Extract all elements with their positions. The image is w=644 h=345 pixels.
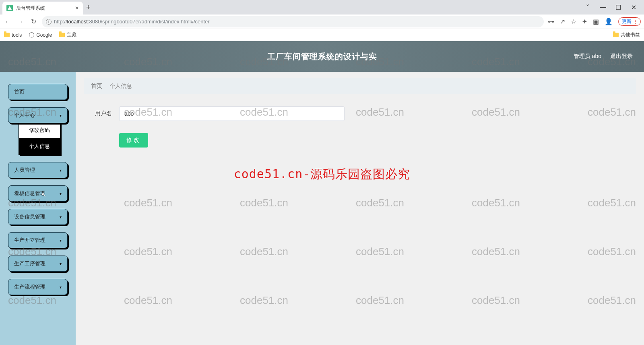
bookmark-treasure[interactable]: 宝藏	[59, 31, 76, 38]
vue-favicon	[6, 5, 13, 11]
browser-tab[interactable]: 后台管理系统 ✕	[2, 2, 83, 15]
maximize-icon[interactable]: ☐	[614, 4, 622, 11]
browser-tab-strip: 后台管理系统 ✕ + ˅ — ☐ ✕	[0, 0, 644, 15]
reload-icon[interactable]: ↻	[29, 18, 38, 25]
cursor-icon: ↖	[41, 191, 46, 198]
profile-form: 用户名 修改	[84, 94, 636, 160]
password-icon[interactable]: ⊶	[548, 18, 554, 25]
url-text: http://localhost:8080/springbootd07er/ad…	[54, 19, 210, 25]
chevron-down-icon: ▾	[60, 238, 62, 243]
sidebar-submenu-personal: 修改密码 个人信息	[19, 122, 60, 155]
content-area: 首页 个人信息 用户名 修改	[76, 72, 644, 345]
sidebar-item-process[interactable]: 生产工序管理▾	[8, 256, 68, 272]
submit-button[interactable]: 修改	[119, 133, 148, 148]
tab-title: 后台管理系统	[16, 5, 45, 12]
username-label: 用户名	[92, 110, 112, 117]
breadcrumb-home[interactable]: 首页	[91, 83, 102, 90]
sidebar-sub-profile[interactable]: 个人信息	[19, 138, 60, 154]
sidepanel-icon[interactable]: ▣	[593, 18, 599, 25]
url-input[interactable]: i http://localhost:8080/springbootd07er/…	[42, 16, 544, 27]
main-layout: 首页 个人中心▾ 修改密码 个人信息 人员管理▾ 看板信息管理▾ 设备信息管理▾…	[0, 72, 644, 345]
dropdown-icon[interactable]: ˅	[584, 4, 592, 11]
chevron-down-icon: ▾	[60, 285, 62, 289]
sidebar-item-board[interactable]: 看板信息管理▾	[8, 185, 68, 202]
profile-icon[interactable]: 👤	[605, 18, 613, 25]
form-row-username: 用户名	[92, 106, 628, 121]
star-icon[interactable]: ☆	[571, 18, 576, 25]
app-header: 工厂车间管理系统的设计与实 管理员 abo 退出登录	[0, 41, 644, 72]
bookmark-other[interactable]: 其他书签	[613, 31, 640, 38]
chevron-down-icon: ▾	[60, 215, 62, 219]
sidebar-item-home[interactable]: 首页	[8, 84, 68, 100]
current-user[interactable]: 管理员 abo	[574, 53, 601, 60]
browser-action-icons: ⊶ ↗ ☆ ✦ ▣ 👤 更新⋮	[548, 17, 641, 26]
site-info-icon[interactable]: i	[46, 19, 52, 25]
bookmark-tools[interactable]: tools	[4, 32, 22, 38]
window-controls: ˅ — ☐ ✕	[584, 4, 642, 11]
sidebar-item-personal[interactable]: 个人中心▾	[8, 107, 68, 123]
bookmarks-bar: tools Google 宝藏 其他书签	[0, 29, 644, 41]
logout-link[interactable]: 退出登录	[610, 53, 633, 60]
breadcrumb: 首页 个人信息	[84, 78, 636, 94]
breadcrumb-current: 个人信息	[109, 83, 132, 90]
username-input[interactable]	[119, 106, 345, 121]
chevron-down-icon: ▾	[60, 191, 62, 196]
chevron-down-icon: ▾	[60, 262, 62, 266]
bookmark-google[interactable]: Google	[29, 32, 52, 38]
back-icon[interactable]: ←	[3, 18, 12, 25]
browser-address-bar: ← → ↻ i http://localhost:8080/springboot…	[0, 15, 644, 29]
browser-update-button[interactable]: 更新⋮	[618, 17, 641, 26]
sidebar-sub-change-password[interactable]: 修改密码	[19, 122, 60, 138]
sidebar-item-production-open[interactable]: 生产开立管理▾	[8, 232, 68, 248]
close-window-icon[interactable]: ✕	[630, 4, 638, 11]
extensions-icon[interactable]: ✦	[582, 18, 587, 25]
minimize-icon[interactable]: —	[599, 4, 607, 11]
chevron-down-icon: ▾	[60, 168, 62, 172]
forward-icon[interactable]: →	[16, 18, 25, 25]
close-tab-icon[interactable]: ✕	[75, 5, 79, 11]
sidebar-item-staff[interactable]: 人员管理▾	[8, 162, 68, 178]
sidebar-item-flow[interactable]: 生产流程管理▾	[8, 279, 68, 295]
app-title: 工厂车间管理系统的设计与实	[267, 51, 377, 62]
new-tab-button[interactable]: +	[86, 3, 91, 12]
chevron-down-icon: ▾	[60, 113, 62, 118]
sidebar-item-device[interactable]: 设备信息管理▾	[8, 209, 68, 225]
sidebar: 首页 个人中心▾ 修改密码 个人信息 人员管理▾ 看板信息管理▾ 设备信息管理▾…	[0, 72, 76, 345]
share-icon[interactable]: ↗	[560, 18, 565, 25]
